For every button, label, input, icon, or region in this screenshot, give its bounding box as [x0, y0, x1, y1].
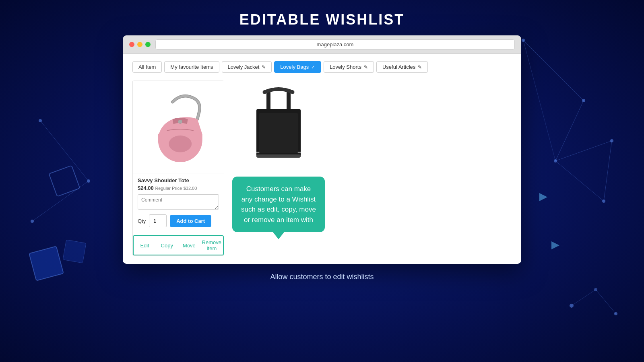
bottom-caption: Allow customers to edit wishlists	[0, 273, 644, 281]
tooltip-bubble: Customers can make any change to a Wishl…	[232, 177, 325, 232]
svg-line-24	[596, 290, 616, 314]
copy-item-button[interactable]: Copy	[156, 236, 178, 255]
browser-window: mageplaza.com All Item My favourite Item…	[123, 35, 521, 264]
tooltip-text: Customers can make any change to a Wishl…	[241, 185, 316, 224]
svg-marker-16	[539, 193, 547, 201]
svg-point-25	[614, 312, 617, 315]
svg-rect-29	[178, 120, 182, 123]
svg-point-5	[582, 99, 585, 102]
page-title: EDITABLE WISHLIST	[0, 0, 644, 28]
svg-point-22	[594, 288, 597, 291]
move-item-button[interactable]: Move	[178, 236, 200, 255]
svg-point-21	[570, 304, 574, 308]
svg-marker-17	[551, 241, 559, 249]
svg-point-7	[602, 200, 605, 203]
svg-rect-20	[63, 240, 86, 263]
edit-icon: ✎	[262, 64, 266, 70]
address-bar[interactable]: mageplaza.com	[155, 39, 515, 49]
product-card-1: Savvy Shoulder Tote $24.00 Regular Price…	[132, 80, 224, 256]
svg-line-2	[555, 161, 604, 201]
minimize-button[interactable]	[137, 42, 142, 47]
svg-line-23	[572, 290, 596, 306]
maximize-button[interactable]	[145, 42, 151, 47]
tab-my-favourite[interactable]: My favourite Items	[164, 61, 219, 73]
qty-input[interactable]	[149, 214, 167, 227]
close-button[interactable]	[129, 42, 134, 47]
tab-lovely-jacket[interactable]: Lovely Jacket ✎	[222, 61, 272, 73]
svg-rect-31	[256, 154, 301, 158]
action-buttons: Edit Copy Move Remove Item	[133, 235, 224, 255]
svg-point-14	[87, 179, 90, 183]
edit-icon-2: ✎	[364, 64, 368, 70]
tab-lovely-bags[interactable]: Lovely Bags ✓	[274, 61, 321, 73]
qty-row: Qty Add to Cart	[138, 214, 219, 227]
products-area: Savvy Shoulder Tote $24.00 Regular Price…	[132, 80, 512, 256]
product-image-area	[133, 80, 224, 173]
svg-line-10	[604, 141, 612, 201]
main-heading: EDITABLE WISHLIST	[0, 11, 644, 28]
svg-point-8	[610, 139, 613, 142]
tab-all-item[interactable]: All Item	[132, 61, 162, 73]
svg-point-13	[39, 119, 42, 122]
browser-content: All Item My favourite Items Lovely Jacke…	[123, 54, 521, 264]
bottom-caption-text: Allow customers to edit wishlists	[0, 273, 644, 281]
svg-point-15	[31, 220, 34, 223]
svg-line-0	[523, 40, 584, 101]
svg-point-6	[554, 159, 557, 162]
svg-rect-18	[49, 166, 80, 197]
price-regular: $32.00	[184, 186, 197, 191]
product-price: $24.00 Regular Price $32.00	[138, 185, 219, 191]
tabs-row: All Item My favourite Items Lovely Jacke…	[132, 61, 512, 73]
product-image	[150, 90, 206, 163]
black-bag-area	[246, 80, 311, 169]
product-info: Savvy Shoulder Tote $24.00 Regular Price…	[133, 173, 224, 231]
product-2-area: Customers can make any change to a Wishl…	[232, 80, 325, 232]
edit-icon-3: ✎	[418, 64, 422, 70]
edit-item-button[interactable]: Edit	[134, 236, 156, 255]
comment-field[interactable]	[138, 194, 219, 210]
tab-lovely-shorts[interactable]: Lovely Shorts ✎	[324, 61, 374, 73]
svg-line-11	[40, 121, 89, 181]
product-name: Savvy Shoulder Tote	[138, 177, 219, 183]
price-current: $24.00	[138, 185, 154, 191]
tab-useful-articles[interactable]: Useful Articles ✎	[376, 61, 428, 73]
svg-line-9	[555, 141, 612, 161]
product-2-image	[246, 84, 311, 165]
browser-chrome: mageplaza.com	[123, 35, 521, 54]
svg-rect-32	[259, 113, 298, 153]
svg-line-3	[523, 40, 555, 161]
price-regular-label: Regular Price	[155, 186, 182, 191]
svg-point-4	[522, 39, 525, 42]
qty-label: Qty	[138, 218, 146, 224]
svg-line-12	[32, 181, 89, 221]
svg-line-1	[555, 101, 584, 161]
check-icon: ✓	[311, 64, 315, 70]
svg-point-27	[169, 136, 192, 152]
add-to-cart-button[interactable]: Add to Cart	[170, 215, 211, 227]
traffic-lights	[129, 42, 151, 47]
remove-item-button[interactable]: Remove Item	[200, 236, 223, 255]
